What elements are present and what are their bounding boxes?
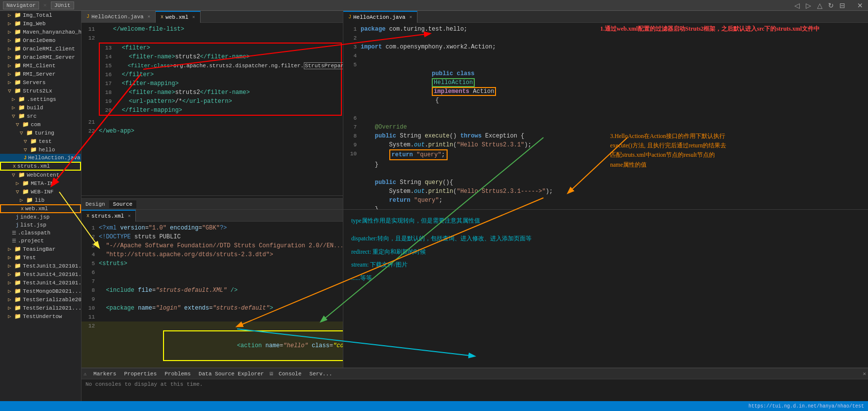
folder-expanded-icon: ▽ 📁 xyxy=(20,130,33,136)
nav-item-src[interactable]: ▽ 📁 src xyxy=(0,112,81,120)
nav-item-settings[interactable]: ▷ 📁 .settings xyxy=(0,95,81,103)
folder-icon: ▷ 📁 xyxy=(8,279,21,286)
console-tab[interactable]: Console xyxy=(276,370,304,378)
nav-item-helloaction-java[interactable]: J HelloAction.java xyxy=(0,154,81,162)
code-line-21: 21 xyxy=(82,118,343,127)
close-strutsxml-tab[interactable]: ✕ xyxy=(128,213,130,219)
sxml-line-1: 1 <?xml version="1.0" encoding="GBK"?> xyxy=(82,224,343,232)
close-tab-btn[interactable]: ✕ xyxy=(192,14,195,20)
line-11b: } xyxy=(343,160,868,169)
redirect-annotation: redirect: 重定向和刷新的时候 xyxy=(351,247,860,257)
nav-item-test[interactable]: ▽ 📁 test xyxy=(0,137,81,145)
console-icon: 🖥 xyxy=(269,371,274,377)
line-gap xyxy=(343,169,868,178)
serv-tab[interactable]: Serv... xyxy=(306,370,335,378)
nav-item-hello[interactable]: ▽ 📁 hello xyxy=(0,145,81,154)
folder-expanded-icon: ▽ 📁 xyxy=(16,188,29,195)
design-tab[interactable]: Design xyxy=(82,200,109,208)
source-tab[interactable]: Source xyxy=(109,200,137,208)
status-bar: https://tui.ng.d.in.net/hanya/nhao/test xyxy=(0,401,868,411)
nav-item-servers[interactable]: ▷ 📁 Servers xyxy=(0,78,81,87)
problems-icon: ⚠ xyxy=(83,371,86,377)
helloaction-tab-inactive[interactable]: J HelloAction.java ✕ xyxy=(82,11,156,23)
markers-tab[interactable]: Markers xyxy=(90,370,119,378)
nav-item-img-web[interactable]: ▷ 📁 Img_Web xyxy=(0,19,81,28)
main-content: ▷ 📁 Img_Total ▷ 📁 Img_Web ▷ 📁 Maven_hany… xyxy=(0,11,868,401)
nav-item-testserial2[interactable]: ▷ 📁 TestSerial12021... xyxy=(0,304,81,312)
folder-expanded-icon: ▽ 📁 xyxy=(8,88,21,94)
nav-item-testjunit3[interactable]: ▷ 📁 TestJunit3_202101... xyxy=(0,262,81,270)
nav-item-rmi-client[interactable]: ▷ 📁 RMI_Client xyxy=(0,61,81,70)
nav-item-testundertow[interactable]: ▷ 📁 TestUndertow xyxy=(0,312,81,320)
navigator-panel: ▷ 📁 Img_Total ▷ 📁 Img_Web ▷ 📁 Maven_hany… xyxy=(0,11,82,401)
datasource-tab[interactable]: Data Source Explorer xyxy=(196,370,267,378)
java-file-icon: J xyxy=(24,155,27,161)
nav-item-lib[interactable]: ▷ 📁 lib xyxy=(0,196,81,204)
file-icon: ☰ xyxy=(12,230,16,236)
nav-item-meta-inf[interactable]: ▷ 📁 META-INF xyxy=(0,179,81,187)
nav-item-testserial[interactable]: ▷ 📁 TestSerializable202... xyxy=(0,295,81,304)
xml-file-icon: x xyxy=(13,164,16,169)
folder-icon: ▷ 📁 xyxy=(8,37,21,44)
up-btn[interactable]: △ xyxy=(815,0,825,10)
strutsxml-editor[interactable]: 1 <?xml version="1.0" encoding="GBK"?> 2… xyxy=(82,222,343,367)
nav-item-oracle-demo[interactable]: ▷ 📁 OracleDemo xyxy=(0,36,81,45)
nav-item-testmongo[interactable]: ▷ 📁 TestMongoDB2021... xyxy=(0,287,81,295)
sxml-line-2: 2 <!DOCTYPE struts PUBLIC xyxy=(82,232,343,241)
folder-icon: ▷ 📁 xyxy=(8,62,21,69)
webxml-tab-active[interactable]: x web.xml ✕ xyxy=(156,11,201,23)
nav-item-img-total[interactable]: ▷ 📁 Img_Total xyxy=(0,11,81,19)
webxml-editor[interactable]: 11 </welcome-file-list> 12 xyxy=(82,23,343,195)
nav-item-teasing-bar[interactable]: ▷ 📁 TeasingBar xyxy=(0,245,81,253)
nav-item-index-jsp[interactable]: j index.jsp xyxy=(0,213,81,221)
toolbar: Navigator ✕ JUnit ◁ ▷ △ ↻ ⊟ ✕ xyxy=(0,0,868,11)
console-content: No consoles to display at this time. xyxy=(82,379,868,401)
nav-item-web-xml[interactable]: x web.xml xyxy=(0,204,81,213)
webxml-panel: J HelloAction.java ✕ x web.xml ✕ xyxy=(82,11,343,209)
collapse-btn[interactable]: ⊟ xyxy=(837,0,847,10)
nav-item-rmi-server[interactable]: ▷ 📁 RMI_Server xyxy=(0,70,81,78)
nav-item-webcontent[interactable]: ▽ 📁 WebContent xyxy=(0,171,81,179)
nav-item-oracle-rmi-client[interactable]: ▷ 📁 OracleRMI_Client xyxy=(0,45,81,53)
nav-item-testjunit4[interactable]: ▷ 📁 TestJunit4_202101... xyxy=(0,270,81,278)
close-helloaction-tab[interactable]: ✕ xyxy=(410,14,412,20)
nav-item-project[interactable]: ☰ .project xyxy=(0,237,81,245)
line-6: 6 xyxy=(343,114,868,123)
folder-icon: ▷ 📁 xyxy=(8,305,21,311)
right-editor-area: J HelloAction.java ✕ xyxy=(343,11,868,209)
close-console-btn[interactable]: ✕ xyxy=(863,370,866,377)
nav-item-com[interactable]: ▽ 📁 com xyxy=(0,120,81,129)
jsp-file-icon: j xyxy=(16,223,19,228)
nav-item-list-jsp[interactable]: j list.jsp xyxy=(0,221,81,229)
folder-expanded-icon: ▽ 📁 xyxy=(16,121,29,128)
nav-item-classpath[interactable]: ☰ .classpath xyxy=(0,229,81,237)
dispatcher-annotation: dispatcher:转向，且是默认的，包括查询、进入修改、进入添加页面等 xyxy=(351,233,860,243)
nav-item-test2[interactable]: ▷ 📁 Test xyxy=(0,253,81,262)
nav-item-web-inf[interactable]: ▽ 📁 WEB-INF xyxy=(0,187,81,196)
nav-item-struts-xml[interactable]: x struts.xml xyxy=(0,162,81,171)
properties-tab[interactable]: Properties xyxy=(121,370,160,378)
jsp-file-icon: j xyxy=(16,215,19,220)
nav-item-build[interactable]: ▷ 📁 build xyxy=(0,103,81,112)
nav-item-testjunit4b[interactable]: ▷ 📁 TestJunit4_202101... xyxy=(0,278,81,287)
nav-item-turing[interactable]: ▽ 📁 turing xyxy=(0,129,81,137)
line-7: 7 @Override xyxy=(343,123,868,132)
sxml-line-6: 6 xyxy=(82,268,343,277)
problems-tab[interactable]: Problems xyxy=(162,370,194,378)
nav-item-oracle-rmi-server[interactable]: ▷ 📁 OracleRMI_Server xyxy=(0,53,81,61)
forward-btn[interactable]: ▷ xyxy=(803,0,813,10)
helloaction-tab[interactable]: J HelloAction.java ✕ xyxy=(343,11,417,23)
folder-icon: ▷ 📁 xyxy=(8,263,21,269)
back-btn[interactable]: ◁ xyxy=(792,0,802,10)
webxml-tabbar: J HelloAction.java ✕ x web.xml ✕ xyxy=(82,11,343,23)
strutsxml-tab[interactable]: x struts.xml ✕ xyxy=(82,210,136,222)
close-tab-btn[interactable]: ✕ xyxy=(148,14,150,19)
nav-item-maven[interactable]: ▷ 📁 Maven_hanyanzhao_hutool xyxy=(0,28,81,36)
helloaction-editor[interactable]: 1 package com.turing.test.hello; 2 3 imp… xyxy=(343,23,868,209)
nav-item-struts2lx[interactable]: ▽ 📁 Struts2Lx xyxy=(0,87,81,95)
folder-icon: ▷ 📁 xyxy=(8,29,21,35)
line-query4: } xyxy=(343,205,868,209)
line-1: 1 package com.turing.test.hello; xyxy=(343,25,868,34)
close-navigator-btn[interactable]: ✕ xyxy=(855,0,865,10)
refresh-btn[interactable]: ↻ xyxy=(826,0,836,10)
